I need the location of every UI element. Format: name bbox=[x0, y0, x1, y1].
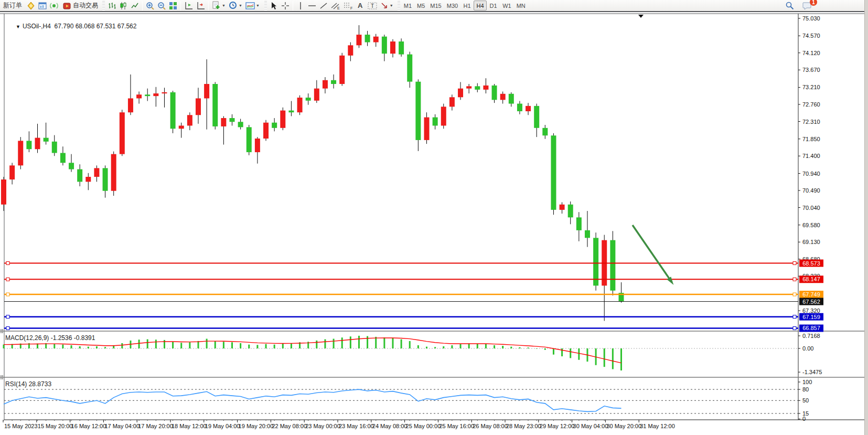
autotrading-label: 自动交易 bbox=[73, 1, 98, 10]
autotrading-button[interactable]: 自动交易 bbox=[60, 0, 101, 11]
hline-handle[interactable] bbox=[6, 293, 9, 296]
hline-handle[interactable] bbox=[6, 315, 9, 319]
zoom-in-button[interactable] bbox=[144, 0, 156, 11]
candle-up bbox=[221, 118, 226, 126]
timeframe-button-h1[interactable]: H1 bbox=[460, 1, 474, 10]
toolbar-grip bbox=[398, 1, 400, 10]
new-order-button[interactable]: 新订单 bbox=[0, 0, 25, 11]
text-label-tool[interactable]: T bbox=[366, 0, 379, 11]
price-axis-label: 70.490 bbox=[802, 187, 820, 194]
symbol-name: USOil-,H4 bbox=[23, 23, 51, 30]
trendline-tool[interactable] bbox=[318, 0, 329, 11]
hline-handle[interactable] bbox=[793, 278, 796, 281]
macd-indicator-label: MACD(12,26,9) -1.2536 -0.8391 bbox=[5, 334, 95, 342]
tile-windows-icon bbox=[169, 2, 177, 10]
indicators-button[interactable]: ▼ bbox=[244, 0, 261, 11]
symbol-dropdown-icon[interactable]: ▼ bbox=[16, 24, 20, 29]
timeframe-button-m30[interactable]: M30 bbox=[444, 1, 460, 10]
candle-up bbox=[449, 97, 455, 107]
price-axis-label: 73.210 bbox=[802, 84, 820, 90]
candle-down bbox=[230, 118, 235, 122]
time-axis-label: 17 May 04:00 bbox=[104, 423, 140, 429]
price-axis-label: 72.760 bbox=[802, 101, 820, 108]
signal-icon-button[interactable] bbox=[48, 0, 60, 11]
time-axis-label: 29 May 12:00 bbox=[540, 423, 575, 429]
zoom-out-button[interactable] bbox=[156, 0, 167, 11]
candle-up bbox=[483, 86, 488, 90]
candle-down bbox=[433, 118, 438, 126]
time-axis-label: 28 May 23:00 bbox=[506, 423, 541, 429]
hline-handle[interactable] bbox=[6, 278, 9, 281]
scroll-end-marker[interactable] bbox=[638, 15, 644, 18]
candle-up bbox=[204, 84, 209, 98]
hline-handle[interactable] bbox=[793, 293, 796, 296]
shapes-tool[interactable]: ▼ bbox=[379, 0, 395, 11]
candle-up bbox=[458, 89, 463, 98]
candle-up bbox=[94, 168, 99, 177]
time-axis-label: 31 May 12:00 bbox=[640, 423, 675, 429]
bar-chart-button[interactable] bbox=[106, 0, 117, 11]
clock-icon bbox=[229, 1, 238, 10]
chart-shift-button[interactable] bbox=[183, 0, 195, 11]
hline-handle[interactable] bbox=[793, 315, 796, 319]
timeframe-button-mn[interactable]: MN bbox=[514, 1, 528, 10]
chart-area[interactable]: 75.03074.57074.12073.67073.21072.76072.3… bbox=[0, 13, 868, 435]
templates-button[interactable]: ▼ bbox=[210, 0, 227, 11]
candle-up bbox=[196, 98, 201, 115]
fibonacci-tool[interactable]: F bbox=[342, 0, 355, 11]
candle-up bbox=[314, 89, 319, 101]
candle-down bbox=[170, 92, 176, 129]
crosshair-tool-button[interactable] bbox=[280, 0, 291, 11]
price-axis-label: 67.320 bbox=[802, 307, 820, 314]
timeframe-button-m1[interactable]: M1 bbox=[401, 1, 414, 10]
price-axis-label: 74.570 bbox=[802, 33, 820, 39]
hline-handle[interactable] bbox=[793, 262, 796, 265]
macd-signal-line bbox=[4, 338, 621, 363]
hline-handle[interactable] bbox=[6, 326, 9, 330]
search-button[interactable] bbox=[784, 0, 796, 11]
chat-button[interactable]: 1 bbox=[801, 0, 813, 11]
tile-windows-button[interactable] bbox=[167, 0, 179, 11]
candle-down bbox=[399, 41, 404, 55]
timeframe-button-w1[interactable]: W1 bbox=[500, 1, 514, 10]
price-axis-label: 71.400 bbox=[802, 153, 820, 159]
timeframe-button-m15[interactable]: M15 bbox=[427, 1, 444, 10]
time-axis-label: 15 May 2023 bbox=[4, 423, 38, 429]
chart-window-icon-button[interactable] bbox=[37, 0, 48, 11]
candle-up bbox=[526, 106, 531, 111]
candle-up bbox=[255, 139, 260, 152]
timeframe-button-h4[interactable]: H4 bbox=[474, 1, 487, 10]
candle-down bbox=[593, 238, 598, 285]
vertical-line-tool[interactable] bbox=[295, 0, 306, 11]
price-axis-label: 74.120 bbox=[802, 50, 820, 56]
text-tool[interactable]: A bbox=[355, 0, 366, 11]
trend-arrow[interactable] bbox=[633, 225, 672, 282]
timeframe-button-m5[interactable]: M5 bbox=[414, 1, 427, 10]
macd-histogram bbox=[4, 336, 621, 370]
candle-up bbox=[424, 118, 430, 140]
candle-up bbox=[441, 107, 446, 125]
line-chart-button[interactable] bbox=[129, 0, 141, 11]
timeframe-button-d1[interactable]: D1 bbox=[487, 1, 500, 10]
hline-handle[interactable] bbox=[6, 262, 9, 265]
cursor-tool-button[interactable] bbox=[268, 0, 280, 11]
candle-down bbox=[77, 169, 82, 182]
horizontal-line-tool[interactable] bbox=[306, 0, 318, 11]
svg-text:T: T bbox=[371, 3, 374, 9]
price-axis-label: 71.850 bbox=[802, 136, 820, 142]
channel-tool[interactable]: E bbox=[329, 0, 342, 11]
auto-scroll-button[interactable] bbox=[195, 0, 207, 11]
candle-down bbox=[585, 230, 590, 238]
candlestick-chart-button[interactable] bbox=[117, 0, 129, 11]
chart-canvas[interactable]: 75.03074.57074.12073.67073.21072.76072.3… bbox=[0, 13, 868, 435]
market-watch-icon[interactable] bbox=[25, 0, 37, 11]
candles bbox=[1, 25, 624, 321]
toolbar: 新订单 自动交易 bbox=[0, 0, 868, 12]
template-icon bbox=[212, 1, 221, 10]
shapes-arrow-icon bbox=[380, 2, 389, 10]
candle-down bbox=[576, 217, 582, 230]
ohlc-values: 67.790 68.068 67.531 67.562 bbox=[51, 23, 136, 30]
price-axis-label: 69.130 bbox=[802, 239, 820, 245]
periods-button[interactable]: ▼ bbox=[227, 0, 244, 11]
hline-handle[interactable] bbox=[793, 326, 796, 330]
